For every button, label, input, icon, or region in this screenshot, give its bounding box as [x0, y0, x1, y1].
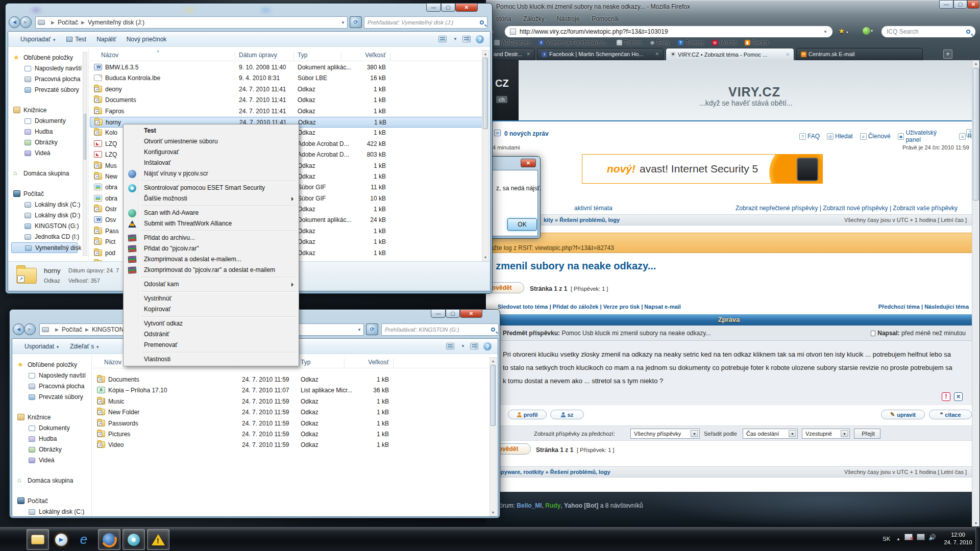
- back-button[interactable]: ◄: [9, 16, 20, 28]
- new-tab-button[interactable]: +: [943, 49, 952, 59]
- column-type[interactable]: Typ: [298, 52, 307, 59]
- tab-1[interactable]: and Destr...✕: [489, 48, 535, 60]
- menu-item[interactable]: Premenovať: [125, 340, 298, 350]
- go-button[interactable]: Přejít: [854, 429, 880, 439]
- taskbar-firefox-button[interactable]: [98, 529, 120, 550]
- menu-item[interactable]: Vytvoriť odkaz: [125, 318, 298, 329]
- page-scrollbar[interactable]: ▲ ▼: [972, 60, 979, 527]
- menu-item[interactable]: Ďalšie možnosti: [125, 193, 298, 204]
- sidebar-group-comp[interactable]: Počítač: [15, 495, 91, 507]
- maximize-button[interactable]: ▢: [441, 3, 455, 12]
- menu-item[interactable]: Odoslať kam: [125, 279, 298, 290]
- report-icon[interactable]: !: [942, 392, 950, 401]
- forward-button[interactable]: ►: [24, 323, 36, 335]
- footer-user[interactable]: Yahoo [Bot]: [564, 502, 598, 509]
- sidebar-item[interactable]: Dokumenty: [15, 423, 91, 434]
- avast-banner[interactable]: nový! avast! Internet Security 5: [582, 154, 823, 184]
- menu-item[interactable]: Skontrolovať pomocou ESET Smart Security: [125, 183, 298, 193]
- menu-item[interactable]: Zkomprimovat do "pjcoiv.rar" a odeslat e…: [125, 265, 298, 276]
- column-name[interactable]: Názov: [104, 359, 121, 366]
- preview-pane-icon[interactable]: [470, 343, 478, 349]
- active-topics-link[interactable]: aktivní témata: [574, 205, 612, 212]
- file-list-scrollbar[interactable]: ▲ ▼: [489, 357, 497, 516]
- address-dropdown-icon[interactable]: ▼: [341, 20, 345, 25]
- sidebar-group-comp[interactable]: Počítač: [11, 188, 83, 199]
- upravit-button[interactable]: ✎upravit: [881, 410, 925, 419]
- tab-close-icon[interactable]: ✕: [522, 52, 530, 57]
- bookmark-item[interactable]: ABCgames: [494, 39, 530, 45]
- bookmark-item[interactable]: ᴸᴵTrance: [617, 39, 642, 45]
- close-button[interactable]: ✕: [460, 309, 482, 318]
- preview-pane-icon[interactable]: [462, 36, 471, 42]
- file-row[interactable]: Video24. 7. 2010 11:59Odkaz1 kB: [93, 440, 491, 450]
- menu-item[interactable]: Vystrihnúť: [125, 293, 298, 304]
- new-messages-link[interactable]: 0 nových zpráv: [504, 130, 549, 137]
- footer-user[interactable]: Bello_MI: [517, 502, 542, 509]
- sidebar-scrollbar[interactable]: [83, 52, 87, 256]
- sort-select[interactable]: Čas odeslání▼: [743, 429, 798, 439]
- taskbar-warning-button[interactable]: !: [147, 529, 169, 550]
- help-icon[interactable]: ?: [476, 35, 484, 43]
- toolbar-organize[interactable]: Usporiadať▼: [15, 36, 61, 43]
- display-posts-select[interactable]: Všechny příspěvky▼: [630, 429, 700, 439]
- close-button[interactable]: ✕: [967, 0, 979, 9]
- sidebar-group-home[interactable]: ⌂Domáca skupina: [11, 168, 83, 179]
- sz-button[interactable]: sz: [550, 410, 584, 419]
- breadcrumb-drive[interactable]: Vymeniteľný disk (J:): [88, 19, 144, 26]
- breadcrumb-computer[interactable]: Počítač: [58, 19, 78, 26]
- bookmark-item[interactable]: TTorenty: [678, 39, 704, 45]
- tab-close-icon[interactable]: ✕: [781, 52, 790, 57]
- sidebar-item[interactable]: KINGSTON (G:): [11, 221, 83, 232]
- menu-item[interactable]: Scan with Ad-Aware: [125, 208, 298, 218]
- file-row[interactable]: Documents24. 7. 2010 11:59Odkaz1 kB: [93, 374, 491, 385]
- column-type[interactable]: Typ: [301, 359, 310, 366]
- sidebar-item[interactable]: Prevzaté súbory: [15, 392, 91, 403]
- close-button[interactable]: ✕: [455, 3, 478, 12]
- forum-nav-hledat[interactable]: ◎Hledat: [827, 129, 853, 143]
- menu-item[interactable]: Nájsť vírusy v pjcoiv.scr: [125, 168, 298, 179]
- bookmark-item[interactable]: ▮Sector: [745, 39, 769, 45]
- file-row[interactable]: deony24. 7. 2010 11:41Odkaz1 kB: [90, 84, 484, 95]
- search-box[interactable]: Prehľadávať: KINGSTON (G:): [381, 323, 499, 336]
- taskbar-eset-button[interactable]: [122, 529, 145, 550]
- addon-icon[interactable]: [863, 27, 870, 35]
- search-icon[interactable]: [966, 30, 970, 34]
- sidebar-item[interactable]: Dokumenty: [11, 116, 83, 127]
- toolbar-new-folder[interactable]: Nový priečinok: [121, 36, 172, 43]
- sidebar-item[interactable]: Lokálny disk (C:): [15, 507, 91, 517]
- file-row[interactable]: Kópia – Príloha 17.1024. 7. 2010 11:07Li…: [93, 385, 491, 396]
- menu-item[interactable]: Vlastnosti: [125, 354, 298, 365]
- file-row[interactable]: BMW.L6.3.59. 10. 2008 11:40Dokument apli…: [90, 62, 484, 73]
- menu-item[interactable]: Zkomprimovat a odeslat e-mailem...: [125, 254, 298, 265]
- views-dropdown-icon[interactable]: ▼: [453, 37, 457, 41]
- minimize-button[interactable]: —: [939, 0, 953, 9]
- menubar-item[interactable]: stória: [496, 15, 511, 22]
- forward-button[interactable]: ►: [20, 16, 32, 28]
- sidebar-group-star[interactable]: ★Obľúbené položky: [15, 359, 91, 370]
- toolbar-share[interactable]: Zdieľať s▼: [65, 343, 105, 350]
- sidebar-item[interactable]: Lokálny disk (D:): [11, 210, 83, 221]
- toolbar-test[interactable]: Test: [61, 36, 91, 43]
- sidebar-item[interactable]: Videá: [11, 148, 83, 159]
- forum-nav-faq[interactable]: ?FAQ: [799, 129, 820, 143]
- language-indicator[interactable]: SK: [883, 536, 890, 542]
- file-row[interactable]: Buduca Kontrola.lbe9. 4. 2010 8:31Súbor …: [90, 73, 484, 84]
- sidebar-group-star[interactable]: ★Obľúbené položky: [11, 52, 83, 63]
- bookmark-star-icon[interactable]: ★ ▾: [838, 27, 848, 36]
- taskbar-ie-button[interactable]: e: [72, 529, 95, 550]
- address-bar[interactable]: ▶Počítač ▶Vymeniteľný disk (J:) ▼: [35, 16, 348, 29]
- volume-icon[interactable]: 🔊: [928, 534, 936, 541]
- column-name[interactable]: Názov: [101, 52, 118, 59]
- ok-button[interactable]: OK: [507, 218, 537, 231]
- sidebar-item[interactable]: Pracovná plocha: [11, 74, 83, 85]
- delete-icon[interactable]: ✕: [954, 392, 963, 401]
- sidebar-item[interactable]: Prevzaté súbory: [11, 85, 83, 95]
- address-dropdown-icon[interactable]: ▼: [357, 328, 361, 332]
- back-button[interactable]: ◄: [13, 323, 24, 335]
- column-size[interactable]: Veľkosť: [345, 52, 386, 59]
- column-size[interactable]: Veľkosť: [348, 359, 389, 366]
- refresh-icon[interactable]: ⟳: [366, 323, 378, 335]
- menu-item[interactable]: Konfigurovať: [125, 147, 298, 158]
- forum-nav-uivatelskpanel[interactable]: ☻Uživatelský panel: [898, 129, 952, 143]
- scrollbar-thumb[interactable]: [483, 58, 488, 129]
